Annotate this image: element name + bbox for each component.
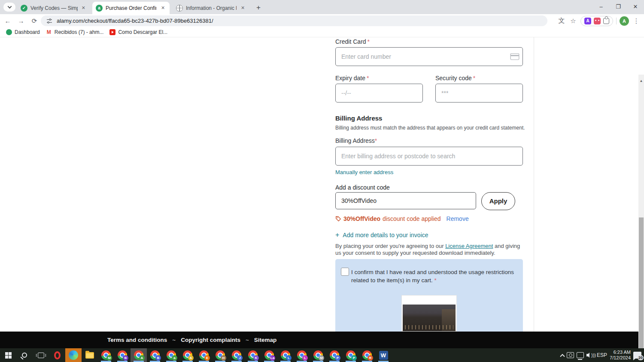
- close-tab-icon[interactable]: ×: [160, 5, 166, 12]
- taskbar-chrome-window[interactable]: R: [359, 348, 375, 362]
- back-icon[interactable]: ←: [2, 15, 13, 27]
- tray-clock[interactable]: 6:23 AM 7/12/2024: [610, 350, 631, 361]
- taskbar-chrome-window-active[interactable]: A: [131, 348, 147, 362]
- license-agreement-link[interactable]: License Agreement: [445, 243, 493, 249]
- extensions-puzzle-icon[interactable]: [603, 18, 609, 24]
- confirm-text: I confirm that I have read and understoo…: [351, 268, 517, 284]
- close-tab-icon[interactable]: ×: [240, 5, 246, 12]
- toolbar-right: 文 ☆ A A ⋮: [557, 15, 641, 27]
- taskbar-chrome-window[interactable]: H: [212, 348, 228, 362]
- new-tab-button[interactable]: +: [253, 3, 264, 13]
- browser-tabstrip: ✓ Verify Codes — SimplyCodes × a Purchas…: [0, 0, 644, 14]
- credit-card-input[interactable]: [335, 47, 523, 66]
- remove-discount-link[interactable]: Remove: [447, 215, 469, 222]
- taskbar-chrome-window[interactable]: J: [228, 348, 245, 362]
- building-photo: [403, 305, 456, 331]
- profile-badge: P: [351, 355, 357, 361]
- window-controls: – ❐ ✕: [592, 0, 644, 14]
- billing-address-input[interactable]: [335, 147, 523, 166]
- minimize-button[interactable]: –: [592, 0, 610, 13]
- restore-button[interactable]: ❐: [610, 0, 627, 13]
- chrome-icon: K: [248, 350, 258, 360]
- task-view-icon: [38, 353, 44, 358]
- taskbar-search-button[interactable]: [16, 348, 33, 362]
- chrome-icon: M: [313, 350, 323, 360]
- taskbar-chrome-window[interactable]: P: [326, 348, 343, 362]
- taskbar-chrome-window[interactable]: E: [196, 348, 212, 362]
- taskbar-chrome-window[interactable]: K: [245, 348, 261, 362]
- plus-icon: +: [335, 231, 339, 239]
- discount-code-label: Add a discount code: [335, 184, 390, 191]
- translate-icon[interactable]: 文: [557, 17, 566, 25]
- opera-icon: [54, 351, 61, 359]
- task-view-button[interactable]: [33, 348, 49, 362]
- taskbar-chrome-window[interactable]: L: [294, 348, 310, 362]
- menu-dots-icon[interactable]: ⋮: [632, 17, 641, 25]
- bookmark-dashboard[interactable]: Dashboard: [6, 29, 40, 35]
- tab-verify-codes[interactable]: ✓ Verify Codes — SimplyCodes ×: [17, 2, 89, 14]
- manually-enter-address-link[interactable]: Manually enter address: [335, 169, 393, 175]
- tray-device-icon[interactable]: [567, 352, 574, 358]
- profile-badge: L: [302, 355, 308, 361]
- tab-information[interactable]: Information - Organic Formula ×: [173, 2, 249, 14]
- scroll-up-icon[interactable]: ▲: [638, 78, 644, 84]
- taskbar-chrome-window[interactable]: a: [163, 348, 179, 362]
- site-settings-icon[interactable]: [46, 18, 53, 24]
- tray-chevron-icon[interactable]: [560, 354, 565, 359]
- taskbar-chrome-window[interactable]: P: [343, 348, 359, 362]
- profile-badge: a: [172, 355, 177, 361]
- tab-search-button[interactable]: [3, 3, 15, 12]
- separator: ~: [246, 337, 249, 343]
- separator: ~: [172, 337, 176, 343]
- add-invoice-details-link[interactable]: + Add more details to your invoice: [335, 231, 428, 239]
- tray-date: 7/12/2024: [610, 355, 631, 361]
- tag-icon: [335, 216, 341, 222]
- page-scrollbar[interactable]: ▲ ▼: [638, 75, 644, 362]
- bookmark-gmail[interactable]: M Recibidos (7) - ahm...: [46, 29, 104, 35]
- extension-a-icon[interactable]: A: [584, 18, 591, 24]
- scrollbar-thumb[interactable]: [639, 217, 644, 362]
- taskbar-chrome-window[interactable]: B: [114, 348, 131, 362]
- address-bar[interactable]: alamy.com/checkout/ffacda65-bc23-427b-bd…: [41, 15, 547, 26]
- notification-center-icon[interactable]: 20: [633, 352, 641, 359]
- close-window-button[interactable]: ✕: [627, 0, 644, 13]
- profile-badge: K: [253, 355, 259, 361]
- discount-code-input[interactable]: [335, 192, 476, 209]
- url-text[interactable]: alamy.com/checkout/ffacda65-bc23-427b-bd…: [57, 18, 213, 24]
- apply-button[interactable]: Apply: [481, 192, 515, 210]
- reload-icon[interactable]: ⟳: [29, 15, 40, 27]
- extension-robot-icon[interactable]: [594, 18, 601, 24]
- bookmark-youtube[interactable]: Como Descargar El...: [109, 29, 167, 35]
- tray-language[interactable]: ESP: [597, 352, 607, 358]
- taskbar-chrome-window[interactable]: M: [310, 348, 326, 362]
- security-code-input[interactable]: [435, 84, 523, 103]
- profile-badge: M: [319, 355, 324, 361]
- taskbar-chrome-window[interactable]: B: [147, 348, 163, 362]
- edge-icon: [69, 350, 78, 360]
- notification-badge: 20: [638, 355, 644, 360]
- tray-network-icon[interactable]: [577, 352, 584, 358]
- footer-sitemap-link[interactable]: Sitemap: [254, 337, 277, 343]
- agreement-text: By placing your order you're agreeing to…: [335, 243, 523, 256]
- alamy-favicon-icon: a: [96, 5, 103, 12]
- taskbar-opera[interactable]: [49, 348, 65, 362]
- taskbar-chrome-window[interactable]: A: [179, 348, 196, 362]
- tray-speaker-icon[interactable]: ))): [586, 352, 594, 358]
- confirm-checkbox[interactable]: [341, 268, 349, 276]
- footer-copyright-link[interactable]: Copyright complaints: [181, 337, 240, 343]
- start-button[interactable]: [0, 348, 16, 362]
- bookmark-star-icon[interactable]: ☆: [569, 17, 577, 25]
- tab-title: Purchase Order Confirmation |: [106, 5, 156, 11]
- forward-icon[interactable]: →: [15, 15, 27, 27]
- taskbar-file-explorer[interactable]: [82, 348, 98, 362]
- close-tab-icon[interactable]: ×: [81, 5, 86, 12]
- profile-avatar[interactable]: A: [620, 16, 629, 26]
- taskbar-chrome-window[interactable]: L: [277, 348, 294, 362]
- expiry-input[interactable]: [335, 84, 423, 103]
- tab-purchase-order[interactable]: a Purchase Order Confirmation | ×: [92, 2, 170, 14]
- footer-terms-link[interactable]: Terms and conditions: [107, 337, 167, 343]
- taskbar-word[interactable]: W: [375, 348, 392, 362]
- taskbar-chrome-window[interactable]: La: [261, 348, 277, 362]
- taskbar-edge[interactable]: [65, 348, 82, 362]
- taskbar-chrome-window[interactable]: M: [98, 348, 114, 362]
